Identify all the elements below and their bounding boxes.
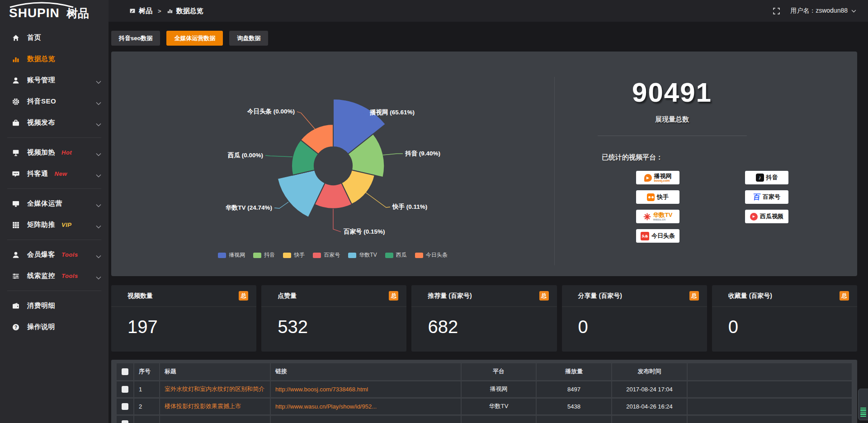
sidebar-item-consume-detail[interactable]: 消费明细 xyxy=(0,295,108,316)
sidebar-item-label: 视频加热 xyxy=(27,148,55,157)
main-content: 抖音seo数据全媒体运营数据询盘数据 播视网 (65.61%)抖音 (9.40%… xyxy=(108,22,868,423)
sidebar-item-help[interactable]: ?操作说明 xyxy=(0,316,108,338)
row-checkbox[interactable] xyxy=(122,420,128,423)
pie-slice-4[interactable] xyxy=(278,170,325,217)
platform-badge: ▶西瓜视频 xyxy=(745,210,788,223)
platform-domain: wasu.cn xyxy=(653,218,673,221)
legend-swatch xyxy=(218,253,226,258)
sidebar-item-label: 账号管理 xyxy=(27,76,55,85)
cell-platform: 华数TV xyxy=(461,398,536,415)
rose-chart: 播视网 (65.61%)抖音 (9.40%)快手 (0.11%)百家号 (0.1… xyxy=(111,52,554,246)
gear-icon xyxy=(12,98,20,106)
baijiahao-icon: 百 xyxy=(753,193,761,202)
row-checkbox[interactable] xyxy=(122,403,128,410)
doc-icon xyxy=(129,8,136,14)
legend-item-0[interactable]: 播视网 xyxy=(218,251,245,259)
legend-label: 播视网 xyxy=(229,251,245,259)
cell-plays: 5438 xyxy=(536,398,612,415)
grid-icon xyxy=(12,221,20,229)
cell-platform xyxy=(461,415,536,423)
tab-media-operation-data[interactable]: 全媒体运营数据 xyxy=(166,31,223,46)
sidebar-item-video-heat[interactable]: 视频加热Hot xyxy=(0,142,108,163)
cell-title-link[interactable]: 室外水纹灯和室内水纹灯的区别和简介 xyxy=(160,381,270,398)
legend-item-4[interactable]: 华数TV xyxy=(348,251,377,259)
sidebar-item-clue-monitor[interactable]: 线索监控Tools xyxy=(0,265,108,287)
cell-url-link[interactable] xyxy=(270,415,461,423)
boosj-icon: ▶ xyxy=(644,174,652,182)
tab-douyin-seo-data[interactable]: 抖音seo数据 xyxy=(111,31,160,46)
select-all-checkbox[interactable] xyxy=(122,368,128,375)
legend-item-5[interactable]: 西瓜 xyxy=(385,251,407,259)
sidebar-nav: 首页数据总览账号管理抖音SEO视频发布视频加热Hot抖客通New全媒体运营矩阵助… xyxy=(0,22,108,338)
kuaishou-icon xyxy=(647,193,655,201)
sidebar-item-label: 矩阵助推 xyxy=(27,221,55,229)
breadcrumb-item[interactable]: 树品 xyxy=(129,7,152,15)
legend-label: 西瓜 xyxy=(396,251,407,259)
topbar-right: 用户名：zswodun88 xyxy=(773,7,856,15)
legend-item-1[interactable]: 抖音 xyxy=(253,251,275,259)
cell-url-link[interactable]: http://www.boosj.com/7338468.html xyxy=(270,381,461,398)
column-header: 平台 xyxy=(461,363,536,381)
platform-domain: boosj.com xyxy=(654,179,672,182)
sidebar-item-label: 会员爆客 xyxy=(27,250,55,259)
sidebar-item-member-baoke[interactable]: 会员爆客Tools xyxy=(0,244,108,265)
username-label: 用户名：zswodun88 xyxy=(790,7,848,15)
monitor-icon xyxy=(12,200,20,208)
sidebar-item-badge: VIP xyxy=(61,221,71,228)
sidebar-item-media-operation[interactable]: 全媒体运营 xyxy=(0,193,108,214)
platform-name: 快手 xyxy=(657,194,669,200)
legend-swatch xyxy=(415,253,423,258)
sidebar-item-home[interactable]: 首页 xyxy=(0,27,108,48)
table-header-row: 序号标题链接平台播放量发布时间 xyxy=(117,363,852,381)
legend-label: 快手 xyxy=(294,251,305,259)
app-logo[interactable]: SHUPIN 树品 xyxy=(0,0,108,22)
sidebar-item-account-management[interactable]: 账号管理 xyxy=(0,70,108,91)
douyin-icon: ♪ xyxy=(756,174,764,182)
legend-item-3[interactable]: 百家号 xyxy=(313,251,340,259)
sidebar-item-label: 首页 xyxy=(27,33,41,42)
row-checkbox[interactable] xyxy=(122,386,128,393)
stat-card-value: 682 xyxy=(428,317,557,337)
fullscreen-icon[interactable] xyxy=(773,7,780,15)
pie-label-5: 西瓜 (0.00%) xyxy=(227,152,263,159)
sidebar-divider xyxy=(7,137,101,138)
stat-card-value: 0 xyxy=(728,317,857,337)
floating-widget[interactable] xyxy=(858,389,868,420)
sidebar: SHUPIN 树品 首页数据总览账号管理抖音SEO视频发布视频加热Hot抖客通N… xyxy=(0,0,108,423)
chevron-down-icon xyxy=(96,222,101,226)
stat-card-header: 点赞量总 xyxy=(261,285,406,307)
platform-badge: 快手 xyxy=(636,190,679,204)
cell-seq: 2 xyxy=(134,398,160,415)
breadcrumb-item[interactable]: 数据总览 xyxy=(167,7,203,15)
sidebar-item-matrix-boost[interactable]: 矩阵助推VIP xyxy=(0,214,108,235)
chart-icon xyxy=(167,8,173,14)
sidebar-item-video-publish[interactable]: 视频发布 xyxy=(0,112,108,133)
legend-item-2[interactable]: 快手 xyxy=(283,251,305,259)
impressions-total: 90491 xyxy=(555,77,789,108)
sliders-icon xyxy=(12,272,20,280)
tab-inquiry-data[interactable]: 询盘数据 xyxy=(229,31,268,46)
sidebar-item-label: 全媒体运营 xyxy=(27,199,62,208)
stat-card-header: 分享量 (百家号)总 xyxy=(562,285,707,307)
cell-title-link[interactable]: 楼体投影灯投影效果震撼上市 xyxy=(160,398,270,415)
user-menu[interactable]: 用户名：zswodun88 xyxy=(790,7,856,15)
total-badge: 总 xyxy=(840,291,849,301)
platform-name: 百家号 xyxy=(763,194,780,200)
logo-cjk: 树品 xyxy=(66,7,89,19)
briefcase-icon xyxy=(12,119,20,127)
rose-chart-zone: 播视网 (65.61%)抖音 (9.40%)快手 (0.11%)百家号 (0.1… xyxy=(111,52,554,276)
stat-card-value: 197 xyxy=(127,317,256,337)
legend-item-6[interactable]: 今日头条 xyxy=(415,251,448,259)
cell-extra xyxy=(687,415,852,423)
sidebar-item-data-overview[interactable]: 数据总览 xyxy=(0,48,108,70)
stat-card-3: 分享量 (百家号)总0 xyxy=(562,285,707,352)
legend-swatch xyxy=(348,253,356,258)
cell-title-link[interactable] xyxy=(160,415,270,423)
sidebar-item-douyin-seo[interactable]: 抖音SEO xyxy=(0,91,108,112)
cell-url-link[interactable]: http://www.wasu.cn/Play/show/id/952... xyxy=(270,398,461,415)
toutiao-icon: 头条 xyxy=(641,232,649,240)
total-badge: 总 xyxy=(539,291,549,301)
platform-badge: ♪抖音 xyxy=(745,171,788,184)
chevron-down-icon xyxy=(96,99,101,103)
sidebar-item-douketong[interactable]: 抖客通New xyxy=(0,163,108,184)
